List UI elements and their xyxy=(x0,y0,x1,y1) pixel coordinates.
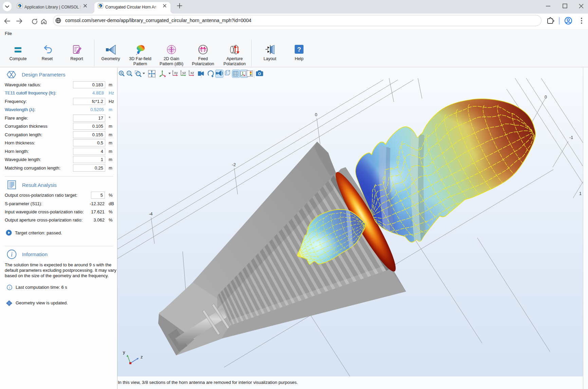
svg-text:-1: -1 xyxy=(569,135,573,140)
svg-text:1: 1 xyxy=(579,191,582,196)
svg-text:xy: xy xyxy=(174,71,178,75)
svg-text:yz: yz xyxy=(182,71,186,75)
svg-text:i: i xyxy=(9,286,10,289)
svg-text:0: 0 xyxy=(545,95,547,100)
svg-text:i: i xyxy=(11,251,13,258)
svg-text:xz: xz xyxy=(190,71,194,75)
svg-text:0: 0 xyxy=(315,112,317,117)
svg-text:-2: -2 xyxy=(232,162,236,167)
svg-text:y: y xyxy=(123,350,125,355)
svg-text:?: ? xyxy=(297,46,301,53)
svg-text:z: z xyxy=(141,354,143,359)
svg-text:-4: -4 xyxy=(149,212,152,216)
